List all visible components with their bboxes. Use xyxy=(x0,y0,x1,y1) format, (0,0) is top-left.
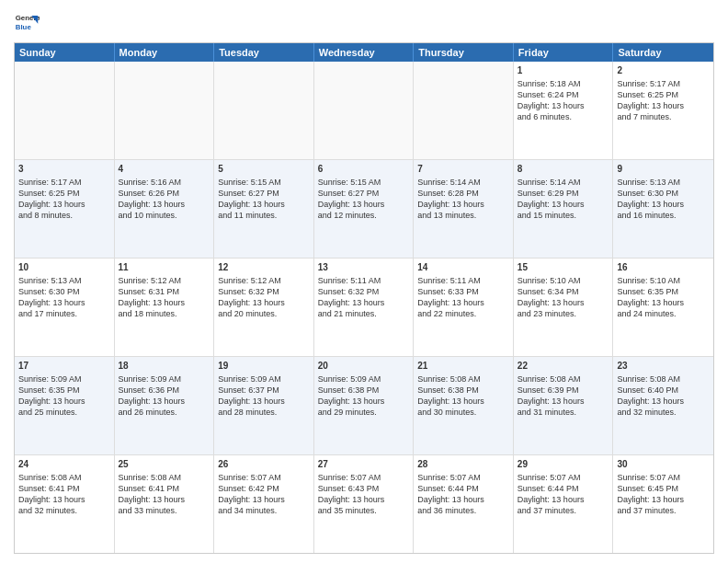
day-info: and 16 minutes. xyxy=(617,210,710,221)
day-number: 28 xyxy=(417,458,509,471)
day-number: 22 xyxy=(518,360,609,373)
calendar-cell-3: 3Sunrise: 5:17 AMSunset: 6:25 PMDaylight… xyxy=(15,160,115,258)
day-info: and 11 minutes. xyxy=(218,210,310,221)
day-info: Sunset: 6:25 PM xyxy=(617,89,710,100)
calendar-cell-empty-01 xyxy=(115,62,215,159)
calendar-cell-9: 9Sunrise: 5:13 AMSunset: 6:30 PMDaylight… xyxy=(613,160,713,258)
calendar-row-1: 1Sunrise: 5:18 AMSunset: 6:24 PMDaylight… xyxy=(15,62,713,160)
day-info: and 26 minutes. xyxy=(119,407,210,418)
calendar-row-4: 17Sunrise: 5:09 AMSunset: 6:35 PMDayligh… xyxy=(15,357,713,455)
calendar-cell-24: 24Sunrise: 5:08 AMSunset: 6:41 PMDayligh… xyxy=(15,455,115,553)
calendar-header: SundayMondayTuesdayWednesdayThursdayFrid… xyxy=(15,43,713,62)
day-info: and 18 minutes. xyxy=(119,308,210,319)
day-info: and 12 minutes. xyxy=(318,210,410,221)
header-day-friday: Friday xyxy=(514,43,614,62)
day-info: and 32 minutes. xyxy=(617,407,710,418)
day-info: Sunrise: 5:09 AM xyxy=(18,373,110,385)
calendar-row-2: 3Sunrise: 5:17 AMSunset: 6:25 PMDaylight… xyxy=(15,160,713,259)
calendar-cell-18: 18Sunrise: 5:09 AMSunset: 6:36 PMDayligh… xyxy=(115,357,215,454)
calendar-cell-empty-02 xyxy=(214,62,314,159)
calendar-cell-5: 5Sunrise: 5:15 AMSunset: 6:27 PMDaylight… xyxy=(214,160,314,258)
day-number: 8 xyxy=(518,163,609,176)
day-info: Sunrise: 5:08 AM xyxy=(518,373,609,385)
day-info: Sunset: 6:45 PM xyxy=(617,483,710,494)
calendar-cell-15: 15Sunrise: 5:10 AMSunset: 6:34 PMDayligh… xyxy=(514,259,614,356)
day-number: 10 xyxy=(18,261,110,274)
calendar-cell-23: 23Sunrise: 5:08 AMSunset: 6:40 PMDayligh… xyxy=(613,357,713,454)
day-info: Daylight: 13 hours xyxy=(318,396,410,407)
day-info: Sunrise: 5:14 AM xyxy=(417,177,509,188)
day-info: Sunset: 6:35 PM xyxy=(617,286,710,297)
day-info: Daylight: 13 hours xyxy=(218,396,310,407)
day-info: and 28 minutes. xyxy=(218,407,310,418)
calendar-cell-4: 4Sunrise: 5:16 AMSunset: 6:26 PMDaylight… xyxy=(115,160,215,258)
day-info: Sunset: 6:30 PM xyxy=(617,188,710,199)
day-info: Sunrise: 5:10 AM xyxy=(617,275,710,286)
day-number: 18 xyxy=(119,360,210,373)
calendar-cell-12: 12Sunrise: 5:12 AMSunset: 6:32 PMDayligh… xyxy=(214,259,314,356)
day-info: Sunset: 6:40 PM xyxy=(617,385,710,396)
day-number: 20 xyxy=(318,360,410,373)
day-info: Daylight: 13 hours xyxy=(318,494,410,505)
day-info: Sunrise: 5:14 AM xyxy=(518,177,609,188)
day-info: Daylight: 13 hours xyxy=(318,297,410,308)
day-info: Sunset: 6:44 PM xyxy=(417,483,509,494)
day-info: Sunset: 6:41 PM xyxy=(119,483,210,494)
calendar-cell-10: 10Sunrise: 5:13 AMSunset: 6:30 PMDayligh… xyxy=(15,259,115,356)
day-info: Daylight: 13 hours xyxy=(119,199,210,210)
day-info: Daylight: 13 hours xyxy=(218,199,310,210)
day-number: 3 xyxy=(18,163,110,176)
day-number: 1 xyxy=(518,64,609,77)
calendar-row-5: 24Sunrise: 5:08 AMSunset: 6:41 PMDayligh… xyxy=(15,455,713,553)
day-info: Sunrise: 5:12 AM xyxy=(119,275,210,286)
day-info: Sunrise: 5:12 AM xyxy=(218,275,310,286)
logo: General Blue xyxy=(14,9,40,35)
day-info: Sunrise: 5:13 AM xyxy=(18,275,110,286)
day-info: and 30 minutes. xyxy=(417,407,509,418)
day-info: and 15 minutes. xyxy=(518,210,609,221)
day-info: Sunrise: 5:07 AM xyxy=(218,472,310,483)
calendar-row-3: 10Sunrise: 5:13 AMSunset: 6:30 PMDayligh… xyxy=(15,259,713,357)
calendar-cell-1: 1Sunrise: 5:18 AMSunset: 6:24 PMDaylight… xyxy=(514,62,614,159)
day-number: 2 xyxy=(617,64,710,77)
day-info: and 17 minutes. xyxy=(18,308,110,319)
calendar-cell-6: 6Sunrise: 5:15 AMSunset: 6:27 PMDaylight… xyxy=(314,160,415,258)
day-info: Sunrise: 5:07 AM xyxy=(417,472,509,483)
day-number: 27 xyxy=(318,458,410,471)
day-info: Sunset: 6:28 PM xyxy=(417,188,509,199)
day-info: Daylight: 13 hours xyxy=(218,297,310,308)
day-info: Daylight: 13 hours xyxy=(18,199,110,210)
day-info: Daylight: 13 hours xyxy=(18,494,110,505)
day-info: Daylight: 13 hours xyxy=(617,396,710,407)
calendar-cell-25: 25Sunrise: 5:08 AMSunset: 6:41 PMDayligh… xyxy=(115,455,215,553)
day-number: 26 xyxy=(218,458,310,471)
day-info: and 6 minutes. xyxy=(518,111,609,122)
day-info: and 31 minutes. xyxy=(518,407,609,418)
header-day-monday: Monday xyxy=(115,43,215,62)
day-info: and 22 minutes. xyxy=(417,308,509,319)
day-info: Sunrise: 5:09 AM xyxy=(318,373,410,385)
day-info: and 36 minutes. xyxy=(417,505,509,516)
day-info: Daylight: 13 hours xyxy=(518,100,609,111)
day-info: Sunset: 6:43 PM xyxy=(318,483,410,494)
day-info: Sunset: 6:31 PM xyxy=(119,286,210,297)
header: General Blue xyxy=(14,9,714,35)
day-info: Sunrise: 5:07 AM xyxy=(318,472,410,483)
day-info: Daylight: 13 hours xyxy=(318,199,410,210)
day-number: 5 xyxy=(218,163,310,176)
header-day-saturday: Saturday xyxy=(613,43,713,62)
day-info: Sunrise: 5:13 AM xyxy=(617,177,710,188)
day-info: Sunset: 6:30 PM xyxy=(18,286,110,297)
day-info: and 29 minutes. xyxy=(318,407,410,418)
day-info: Sunrise: 5:08 AM xyxy=(617,373,710,385)
logo-icon: General Blue xyxy=(14,9,40,35)
calendar-cell-29: 29Sunrise: 5:07 AMSunset: 6:44 PMDayligh… xyxy=(514,455,614,553)
day-info: Sunrise: 5:11 AM xyxy=(417,275,509,286)
day-info: Sunset: 6:32 PM xyxy=(318,286,410,297)
day-info: Sunrise: 5:15 AM xyxy=(318,177,410,188)
day-info: Sunrise: 5:17 AM xyxy=(617,78,710,89)
day-info: Sunset: 6:37 PM xyxy=(218,385,310,396)
calendar-cell-20: 20Sunrise: 5:09 AMSunset: 6:38 PMDayligh… xyxy=(314,357,415,454)
day-info: Daylight: 13 hours xyxy=(119,396,210,407)
day-info: Sunrise: 5:07 AM xyxy=(518,472,609,483)
